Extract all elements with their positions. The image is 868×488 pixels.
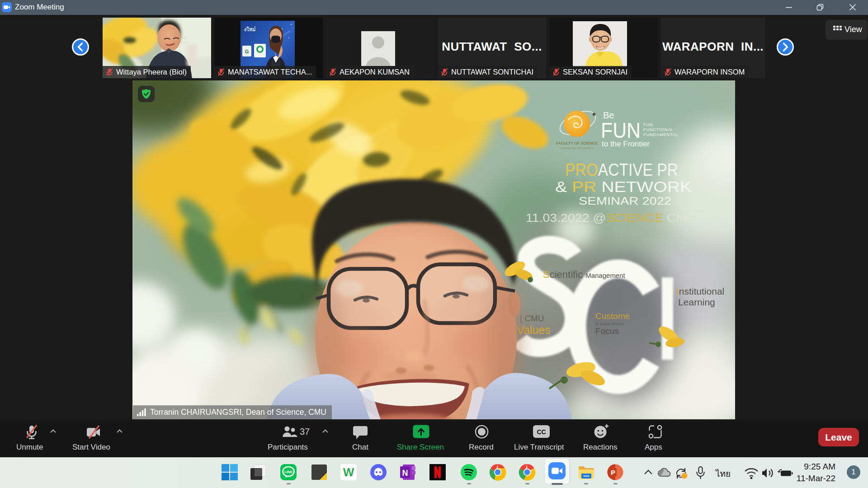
svg-text:& Value-Driven: & Value-Driven (595, 321, 624, 326)
svg-text:P: P (611, 469, 615, 476)
svg-text:SEMINAR 2022: SEMINAR 2022 (579, 195, 671, 207)
svg-text:G: G (245, 49, 249, 54)
svg-text:to the Frontier: to the Frontier (602, 140, 650, 148)
svg-text:PROACTIVE PR: PROACTIVE PR (565, 160, 678, 179)
svg-text:Institutional: Institutional (676, 286, 724, 296)
svg-text:Learning: Learning (678, 297, 715, 307)
svg-text:W: W (343, 465, 354, 479)
svg-text:N: N (402, 469, 408, 478)
svg-text:FUNDAMENTAL: FUNDAMENTAL (643, 132, 678, 137)
svg-text:11.03.2022 @SCIENCE CMU: 11.03.2022 @SCIENCE CMU (526, 211, 696, 225)
svg-text:Custome: Custome (595, 311, 630, 321)
svg-text:LINE: LINE (284, 470, 293, 474)
svg-text:FUNCTIONAL: FUNCTIONAL (643, 127, 674, 132)
svg-text:FUN: FUN (643, 122, 653, 127)
svg-text:FUN: FUN (601, 118, 641, 142)
svg-text:Focus: Focus (595, 326, 619, 336)
svg-text:& PR NETWORK: & PR NETWORK (555, 178, 692, 195)
svg-text:CC: CC (537, 428, 546, 436)
svg-text:FACULTY OF SCIENCE: FACULTY OF SCIENCE (556, 141, 598, 145)
svg-text:CHIANG MAI UNIVERSITY: CHIANG MAI UNIVERSITY (560, 147, 593, 150)
svg-text:งใหม่: งใหม่ (244, 26, 255, 32)
svg-text:| CMU: | CMU (520, 314, 544, 323)
